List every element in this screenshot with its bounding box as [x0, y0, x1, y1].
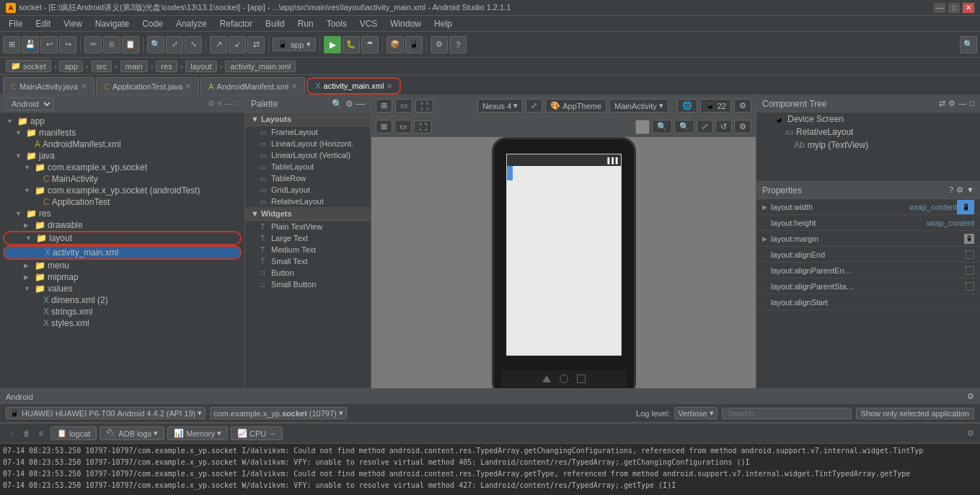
logcat-side-icon-1[interactable]: ↓	[6, 427, 19, 440]
toolbar-paste[interactable]: 📋	[122, 36, 139, 53]
left-panel-btn-2[interactable]: ≡	[217, 99, 221, 108]
tab-activity-main[interactable]: X activity_main.xml ✕	[306, 77, 401, 95]
locale-btn[interactable]: 🌐	[677, 99, 697, 113]
show-only-selected-btn[interactable]: Show only selected application	[856, 408, 974, 419]
canvas-btn-3[interactable]: ⛶	[414, 121, 432, 133]
tree-item-app[interactable]: ▼ 📁 app	[3, 115, 242, 127]
ct-icon-3[interactable]: —	[958, 99, 966, 108]
palette-section-layouts[interactable]: ▼ Layouts	[245, 113, 371, 126]
toolbar-btn-1[interactable]: ⊞	[3, 36, 20, 53]
design-settings-btn[interactable]: ⚙	[734, 99, 751, 113]
menu-edit[interactable]: Edit	[30, 17, 56, 30]
tree-item-androidmanifest[interactable]: A AndroidManifest.xml	[3, 139, 242, 150]
toolbar-search2[interactable]: 🔍	[960, 36, 977, 53]
tree-item-strings[interactable]: X strings.xml	[3, 306, 242, 317]
toolbar-btn-7[interactable]: ↗	[210, 36, 227, 53]
tree-item-res[interactable]: ▼ 📁 res	[3, 208, 242, 219]
log-level-selector[interactable]: Verbose ▾	[674, 407, 717, 419]
tree-item-layout[interactable]: ▼ 📁 layout	[3, 231, 242, 245]
logcat-side-icon-3[interactable]: ⏸	[35, 427, 48, 440]
palette-item-smallbutton[interactable]: □ Small Button	[245, 279, 371, 290]
menu-vcs[interactable]: VCS	[354, 17, 384, 30]
menu-navigate[interactable]: Navigate	[89, 17, 135, 30]
toolbar-btn-2[interactable]: 💾	[22, 36, 39, 53]
tab-activity-main-close[interactable]: ✕	[387, 82, 392, 90]
design-toolbar-layout[interactable]: ▭	[395, 99, 412, 113]
palette-collapse-icon[interactable]: —	[356, 99, 365, 109]
design-toolbar-toggle[interactable]: ⊞	[376, 99, 392, 113]
toolbar-btn-5[interactable]: ⤢	[166, 36, 183, 53]
toolbar-copy[interactable]: ⎘	[103, 36, 120, 53]
menu-run[interactable]: Run	[292, 17, 319, 30]
breadcrumb-src[interactable]: src	[92, 61, 112, 72]
tab-applicationtest-close[interactable]: ✕	[185, 82, 191, 90]
close-button[interactable]: ✕	[963, 3, 974, 13]
prop-icon-3[interactable]: ▼	[966, 185, 974, 195]
logcat-device-selector[interactable]: 📱 HUAWEI HUAWEI P6-T00 Android 4.4.2 (AP…	[6, 407, 206, 419]
menu-window[interactable]: Window	[384, 17, 427, 30]
tree-item-dimens[interactable]: X dimens.xml (2)	[3, 294, 242, 306]
ct-icon-4[interactable]: □	[969, 99, 974, 108]
palette-item-button[interactable]: □ Button	[245, 267, 371, 279]
breadcrumb-app[interactable]: app	[59, 61, 82, 72]
logcat-settings-btn[interactable]: ⚙	[967, 429, 974, 438]
palette-item-gridlayout[interactable]: ▭ GridLayout	[245, 184, 371, 196]
palette-section-widgets[interactable]: ▼ Widgets	[245, 207, 371, 221]
palette-item-smalltext[interactable]: T Small Text	[245, 255, 371, 267]
palette-settings-icon[interactable]: ⚙	[345, 99, 353, 109]
menu-refactor[interactable]: Refactor	[214, 17, 258, 30]
tab-androidmanifest[interactable]: A AndroidManifest.xml ✕	[200, 77, 305, 95]
breadcrumb-socket[interactable]: 📁 socket	[6, 60, 51, 72]
toolbar-sdk-manager[interactable]: 📦	[387, 36, 404, 53]
toolbar-btn-3[interactable]: ↩	[40, 36, 58, 53]
prop-icon-1[interactable]: ?	[949, 185, 953, 195]
tree-item-mainactivity[interactable]: C MainActivity	[3, 173, 242, 185]
menu-code[interactable]: Code	[136, 17, 169, 30]
orientation-btn[interactable]: ⤢	[526, 99, 542, 113]
coverage-button[interactable]: ☂	[361, 36, 379, 53]
ct-relativelayout[interactable]: ▭ RelativeLayout	[756, 126, 980, 139]
theme-selector[interactable]: 🎨 AppTheme	[545, 99, 606, 113]
tree-item-manifests[interactable]: ▼ 📁 manifests	[3, 127, 242, 139]
left-panel-btn-1[interactable]: ⚙	[208, 99, 215, 108]
palette-item-relativelayout[interactable]: ▭ RelativeLayout	[245, 196, 371, 207]
toolbar-cut[interactable]: ✂	[84, 36, 102, 53]
ct-icon-1[interactable]: ⇄	[939, 99, 945, 108]
canvas-zoom-fit[interactable]: ⤢	[697, 120, 713, 133]
canvas-btn-1[interactable]: ⊞	[376, 120, 392, 133]
breadcrumb-res[interactable]: res	[156, 61, 177, 72]
toolbar-help2[interactable]: ?	[449, 36, 467, 53]
tree-item-drawable[interactable]: ▶ 📁 drawable	[3, 219, 242, 231]
palette-item-linearlayout-h[interactable]: ▭ LinearLayout (Horizont.	[245, 138, 371, 149]
adb-logs-tab[interactable]: 🔌 ADB logs ▾	[100, 426, 164, 440]
tab-applicationtest[interactable]: C ApplicationTest.java ✕	[96, 77, 199, 95]
logcat-package-selector[interactable]: com.example.x_yp.socket (10797) ▾	[210, 407, 347, 419]
tree-item-mipmap[interactable]: ▶ 📁 mipmap	[3, 271, 242, 283]
palette-item-tablelayout[interactable]: ▭ TableLayout	[245, 161, 371, 172]
menu-help[interactable]: Help	[428, 17, 458, 30]
canvas-more[interactable]: ⚙	[734, 120, 751, 133]
tree-item-values[interactable]: ▼ 📁 values	[3, 283, 242, 294]
palette-search-icon[interactable]: 🔍	[332, 99, 343, 109]
palette-item-tablerow[interactable]: ▭ TableRow	[245, 172, 371, 184]
toolbar-btn-4[interactable]: ↪	[59, 36, 76, 53]
breadcrumb-activity-main[interactable]: activity_main.xml	[225, 61, 296, 72]
tab-mainactivity-close[interactable]: ✕	[81, 82, 87, 90]
menu-view[interactable]: View	[58, 17, 88, 30]
toolbar-btn-9[interactable]: ⇄	[247, 36, 265, 53]
canvas-zoom-out[interactable]: 🔍	[674, 120, 694, 133]
minimize-button[interactable]: —	[934, 3, 945, 13]
activity-selector[interactable]: MainActivity ▾	[609, 99, 668, 113]
palette-item-plaintextview[interactable]: T Plain TextView	[245, 221, 371, 232]
cpu-tab[interactable]: 📈 CPU →	[231, 426, 283, 440]
debug-button[interactable]: 🐛	[343, 36, 360, 53]
canvas-btn-2[interactable]: ▭	[394, 120, 412, 133]
palette-item-framelayout[interactable]: ▭ FrameLayout	[245, 126, 371, 138]
tree-item-com-androidtest[interactable]: ▼ 📁 com.example.x_yp.socket (androidTest…	[3, 185, 242, 196]
logcat-search-input[interactable]	[722, 408, 852, 419]
maximize-button[interactable]: □	[948, 3, 960, 13]
tree-item-java[interactable]: ▼ 📁 java	[3, 150, 242, 162]
tab-androidmanifest-close[interactable]: ✕	[291, 82, 297, 90]
ct-icon-2[interactable]: ⚙	[948, 99, 955, 108]
breadcrumb-main[interactable]: main	[120, 61, 148, 72]
